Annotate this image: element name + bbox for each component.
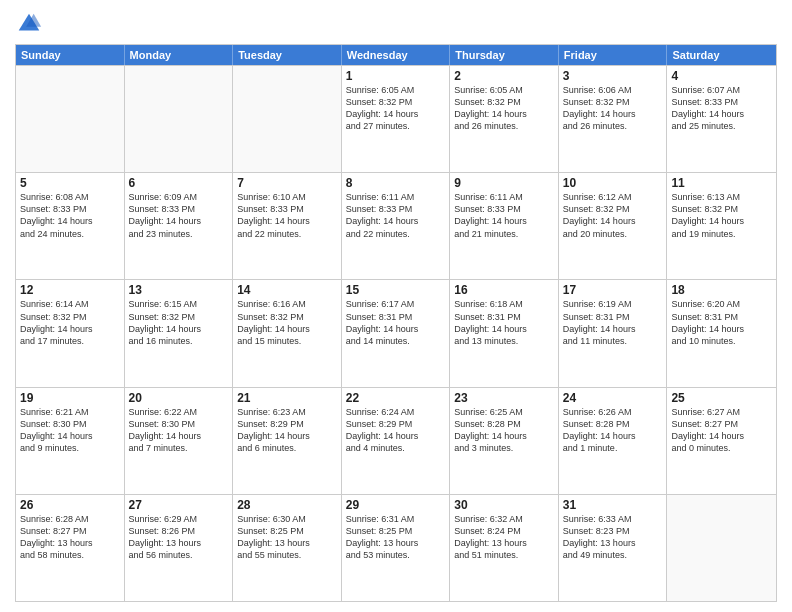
calendar-cell-3: 3Sunrise: 6:06 AM Sunset: 8:32 PM Daylig… xyxy=(559,66,668,172)
cell-day-number: 25 xyxy=(671,391,772,405)
cell-info: Sunrise: 6:31 AM Sunset: 8:25 PM Dayligh… xyxy=(346,513,446,562)
calendar-row-5: 26Sunrise: 6:28 AM Sunset: 8:27 PM Dayli… xyxy=(16,494,776,601)
cell-info: Sunrise: 6:26 AM Sunset: 8:28 PM Dayligh… xyxy=(563,406,663,455)
cell-day-number: 13 xyxy=(129,283,229,297)
calendar-cell-26: 26Sunrise: 6:28 AM Sunset: 8:27 PM Dayli… xyxy=(16,495,125,601)
cell-info: Sunrise: 6:12 AM Sunset: 8:32 PM Dayligh… xyxy=(563,191,663,240)
calendar-cell-16: 16Sunrise: 6:18 AM Sunset: 8:31 PM Dayli… xyxy=(450,280,559,386)
calendar-cell-8: 8Sunrise: 6:11 AM Sunset: 8:33 PM Daylig… xyxy=(342,173,451,279)
cell-day-number: 14 xyxy=(237,283,337,297)
calendar-cell-9: 9Sunrise: 6:11 AM Sunset: 8:33 PM Daylig… xyxy=(450,173,559,279)
calendar-cell-empty xyxy=(125,66,234,172)
calendar-cell-19: 19Sunrise: 6:21 AM Sunset: 8:30 PM Dayli… xyxy=(16,388,125,494)
page: SundayMondayTuesdayWednesdayThursdayFrid… xyxy=(0,0,792,612)
cell-info: Sunrise: 6:20 AM Sunset: 8:31 PM Dayligh… xyxy=(671,298,772,347)
calendar-cell-1: 1Sunrise: 6:05 AM Sunset: 8:32 PM Daylig… xyxy=(342,66,451,172)
cell-info: Sunrise: 6:28 AM Sunset: 8:27 PM Dayligh… xyxy=(20,513,120,562)
calendar-cell-empty xyxy=(16,66,125,172)
cell-day-number: 11 xyxy=(671,176,772,190)
calendar-cell-5: 5Sunrise: 6:08 AM Sunset: 8:33 PM Daylig… xyxy=(16,173,125,279)
day-header-wednesday: Wednesday xyxy=(342,45,451,65)
calendar-cell-28: 28Sunrise: 6:30 AM Sunset: 8:25 PM Dayli… xyxy=(233,495,342,601)
calendar: SundayMondayTuesdayWednesdayThursdayFrid… xyxy=(15,44,777,602)
cell-day-number: 15 xyxy=(346,283,446,297)
day-header-tuesday: Tuesday xyxy=(233,45,342,65)
day-header-friday: Friday xyxy=(559,45,668,65)
cell-info: Sunrise: 6:29 AM Sunset: 8:26 PM Dayligh… xyxy=(129,513,229,562)
calendar-cell-29: 29Sunrise: 6:31 AM Sunset: 8:25 PM Dayli… xyxy=(342,495,451,601)
cell-day-number: 26 xyxy=(20,498,120,512)
cell-day-number: 12 xyxy=(20,283,120,297)
calendar-row-2: 5Sunrise: 6:08 AM Sunset: 8:33 PM Daylig… xyxy=(16,172,776,279)
cell-info: Sunrise: 6:23 AM Sunset: 8:29 PM Dayligh… xyxy=(237,406,337,455)
calendar-cell-11: 11Sunrise: 6:13 AM Sunset: 8:32 PM Dayli… xyxy=(667,173,776,279)
calendar-cell-7: 7Sunrise: 6:10 AM Sunset: 8:33 PM Daylig… xyxy=(233,173,342,279)
cell-day-number: 1 xyxy=(346,69,446,83)
cell-day-number: 9 xyxy=(454,176,554,190)
calendar-cell-20: 20Sunrise: 6:22 AM Sunset: 8:30 PM Dayli… xyxy=(125,388,234,494)
cell-info: Sunrise: 6:14 AM Sunset: 8:32 PM Dayligh… xyxy=(20,298,120,347)
cell-day-number: 5 xyxy=(20,176,120,190)
cell-day-number: 18 xyxy=(671,283,772,297)
calendar-cell-empty xyxy=(233,66,342,172)
cell-info: Sunrise: 6:30 AM Sunset: 8:25 PM Dayligh… xyxy=(237,513,337,562)
cell-day-number: 10 xyxy=(563,176,663,190)
cell-info: Sunrise: 6:05 AM Sunset: 8:32 PM Dayligh… xyxy=(346,84,446,133)
cell-info: Sunrise: 6:13 AM Sunset: 8:32 PM Dayligh… xyxy=(671,191,772,240)
calendar-cell-23: 23Sunrise: 6:25 AM Sunset: 8:28 PM Dayli… xyxy=(450,388,559,494)
calendar-row-4: 19Sunrise: 6:21 AM Sunset: 8:30 PM Dayli… xyxy=(16,387,776,494)
cell-info: Sunrise: 6:33 AM Sunset: 8:23 PM Dayligh… xyxy=(563,513,663,562)
calendar-cell-15: 15Sunrise: 6:17 AM Sunset: 8:31 PM Dayli… xyxy=(342,280,451,386)
calendar-row-1: 1Sunrise: 6:05 AM Sunset: 8:32 PM Daylig… xyxy=(16,65,776,172)
cell-day-number: 29 xyxy=(346,498,446,512)
cell-day-number: 7 xyxy=(237,176,337,190)
calendar-cell-25: 25Sunrise: 6:27 AM Sunset: 8:27 PM Dayli… xyxy=(667,388,776,494)
calendar-cell-27: 27Sunrise: 6:29 AM Sunset: 8:26 PM Dayli… xyxy=(125,495,234,601)
cell-day-number: 4 xyxy=(671,69,772,83)
cell-day-number: 30 xyxy=(454,498,554,512)
calendar-cell-13: 13Sunrise: 6:15 AM Sunset: 8:32 PM Dayli… xyxy=(125,280,234,386)
cell-info: Sunrise: 6:27 AM Sunset: 8:27 PM Dayligh… xyxy=(671,406,772,455)
cell-day-number: 31 xyxy=(563,498,663,512)
cell-info: Sunrise: 6:19 AM Sunset: 8:31 PM Dayligh… xyxy=(563,298,663,347)
cell-day-number: 20 xyxy=(129,391,229,405)
cell-info: Sunrise: 6:08 AM Sunset: 8:33 PM Dayligh… xyxy=(20,191,120,240)
calendar-cell-14: 14Sunrise: 6:16 AM Sunset: 8:32 PM Dayli… xyxy=(233,280,342,386)
calendar-body: 1Sunrise: 6:05 AM Sunset: 8:32 PM Daylig… xyxy=(16,65,776,601)
calendar-cell-12: 12Sunrise: 6:14 AM Sunset: 8:32 PM Dayli… xyxy=(16,280,125,386)
cell-day-number: 16 xyxy=(454,283,554,297)
cell-day-number: 6 xyxy=(129,176,229,190)
cell-info: Sunrise: 6:10 AM Sunset: 8:33 PM Dayligh… xyxy=(237,191,337,240)
calendar-cell-21: 21Sunrise: 6:23 AM Sunset: 8:29 PM Dayli… xyxy=(233,388,342,494)
cell-info: Sunrise: 6:24 AM Sunset: 8:29 PM Dayligh… xyxy=(346,406,446,455)
cell-info: Sunrise: 6:18 AM Sunset: 8:31 PM Dayligh… xyxy=(454,298,554,347)
cell-day-number: 2 xyxy=(454,69,554,83)
calendar-row-3: 12Sunrise: 6:14 AM Sunset: 8:32 PM Dayli… xyxy=(16,279,776,386)
cell-day-number: 21 xyxy=(237,391,337,405)
cell-day-number: 22 xyxy=(346,391,446,405)
calendar-cell-24: 24Sunrise: 6:26 AM Sunset: 8:28 PM Dayli… xyxy=(559,388,668,494)
cell-info: Sunrise: 6:15 AM Sunset: 8:32 PM Dayligh… xyxy=(129,298,229,347)
calendar-cell-18: 18Sunrise: 6:20 AM Sunset: 8:31 PM Dayli… xyxy=(667,280,776,386)
logo xyxy=(15,10,47,38)
calendar-cell-31: 31Sunrise: 6:33 AM Sunset: 8:23 PM Dayli… xyxy=(559,495,668,601)
calendar-cell-6: 6Sunrise: 6:09 AM Sunset: 8:33 PM Daylig… xyxy=(125,173,234,279)
cell-day-number: 3 xyxy=(563,69,663,83)
cell-info: Sunrise: 6:21 AM Sunset: 8:30 PM Dayligh… xyxy=(20,406,120,455)
logo-icon xyxy=(15,10,43,38)
cell-day-number: 17 xyxy=(563,283,663,297)
cell-info: Sunrise: 6:25 AM Sunset: 8:28 PM Dayligh… xyxy=(454,406,554,455)
calendar-cell-empty xyxy=(667,495,776,601)
cell-day-number: 28 xyxy=(237,498,337,512)
cell-info: Sunrise: 6:16 AM Sunset: 8:32 PM Dayligh… xyxy=(237,298,337,347)
day-header-thursday: Thursday xyxy=(450,45,559,65)
cell-day-number: 24 xyxy=(563,391,663,405)
calendar-cell-17: 17Sunrise: 6:19 AM Sunset: 8:31 PM Dayli… xyxy=(559,280,668,386)
day-header-monday: Monday xyxy=(125,45,234,65)
cell-info: Sunrise: 6:06 AM Sunset: 8:32 PM Dayligh… xyxy=(563,84,663,133)
calendar-cell-2: 2Sunrise: 6:05 AM Sunset: 8:32 PM Daylig… xyxy=(450,66,559,172)
cell-day-number: 19 xyxy=(20,391,120,405)
cell-info: Sunrise: 6:05 AM Sunset: 8:32 PM Dayligh… xyxy=(454,84,554,133)
day-header-saturday: Saturday xyxy=(667,45,776,65)
cell-info: Sunrise: 6:32 AM Sunset: 8:24 PM Dayligh… xyxy=(454,513,554,562)
